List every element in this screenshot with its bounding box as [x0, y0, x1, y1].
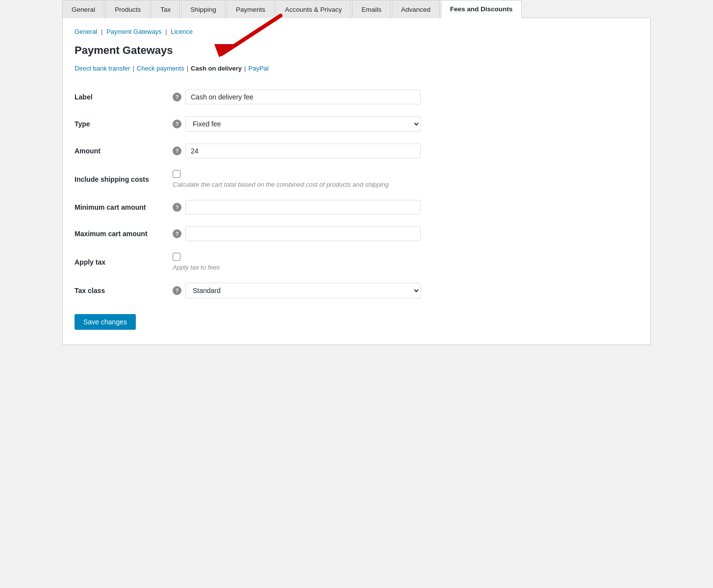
tax-class-select[interactable]: Standard Reduced rate Zero rate — [185, 283, 421, 298]
include-shipping-row: Include shipping costs Calculate the car… — [75, 164, 638, 194]
breadcrumb-separator-1: | — [101, 28, 102, 35]
gateway-links-container: Direct bank transfer | Check payments | … — [75, 65, 638, 72]
apply-tax-row: Apply tax Apply tax to fees — [75, 247, 638, 277]
apply-tax-label: Apply tax — [75, 247, 173, 277]
label-row: Label ? — [75, 84, 638, 110]
breadcrumb-separator-2: | — [165, 28, 167, 35]
type-select[interactable]: Fixed fee Percentage fee — [185, 116, 421, 132]
cash-on-delivery-current: Cash on delivery — [191, 65, 242, 72]
breadcrumb-licence-link[interactable]: Licence — [171, 28, 193, 35]
min-cart-input[interactable] — [185, 200, 421, 215]
include-shipping-cell: Calculate the cart total based on the co… — [173, 164, 638, 194]
tab-payments[interactable]: Payments — [227, 0, 275, 18]
gateway-links: Direct bank transfer | Check payments | … — [75, 65, 638, 72]
tax-class-cell: ? Standard Reduced rate Zero rate — [173, 277, 638, 304]
tax-class-label: Tax class — [75, 277, 173, 304]
gateway-sep-1: | — [132, 65, 134, 72]
amount-input[interactable] — [185, 144, 421, 158]
amount-field-label: Amount — [75, 138, 173, 164]
save-changes-button[interactable]: Save changes — [75, 314, 136, 330]
direct-bank-transfer-link[interactable]: Direct bank transfer — [75, 65, 130, 72]
amount-row: Amount ? — [75, 138, 638, 164]
apply-tax-description: Apply tax to fees — [173, 264, 220, 271]
max-cart-row: Maximum cart amount ? — [75, 220, 638, 247]
min-cart-help-icon[interactable]: ? — [173, 203, 181, 212]
tax-class-help-icon[interactable]: ? — [173, 286, 181, 295]
tab-bar: General Products Tax Shipping Payments A… — [62, 0, 651, 18]
label-input[interactable] — [185, 90, 421, 104]
tab-tax[interactable]: Tax — [151, 0, 180, 18]
min-cart-cell: ? — [173, 194, 638, 220]
check-payments-link[interactable]: Check payments — [137, 65, 184, 72]
breadcrumb-payment-gateways-link[interactable]: Payment Gateways — [106, 28, 162, 35]
type-help-icon[interactable]: ? — [173, 120, 181, 128]
apply-tax-checkbox[interactable] — [173, 253, 180, 261]
breadcrumb-general-link[interactable]: General — [75, 28, 97, 35]
max-cart-label: Maximum cart amount — [75, 220, 173, 247]
type-row: Type ? Fixed fee Percentage fee — [75, 110, 638, 138]
label-help-icon[interactable]: ? — [173, 93, 181, 101]
type-field-cell: ? Fixed fee Percentage fee — [173, 110, 638, 138]
include-shipping-label: Include shipping costs — [75, 164, 173, 194]
tax-class-row: Tax class ? Standard Reduced rate Zero r… — [75, 277, 638, 304]
page-title: Payment Gateways — [75, 44, 638, 57]
arrow-annotation — [143, 11, 300, 70]
max-cart-input[interactable] — [185, 226, 421, 241]
tab-accounts-privacy[interactable]: Accounts & Privacy — [276, 0, 351, 18]
form-table: Label ? Type ? F — [75, 84, 638, 304]
amount-field-cell: ? — [173, 138, 638, 164]
tab-general[interactable]: General — [62, 0, 104, 18]
amount-help-icon[interactable]: ? — [173, 147, 181, 155]
apply-tax-cell: Apply tax to fees — [173, 247, 638, 277]
label-field-cell: ? — [173, 84, 638, 110]
content-area: General | Payment Gateways | Licence Pay… — [62, 18, 651, 345]
max-cart-cell: ? — [173, 220, 638, 247]
max-cart-help-icon[interactable]: ? — [173, 229, 181, 238]
tab-emails[interactable]: Emails — [352, 0, 391, 18]
breadcrumb: General | Payment Gateways | Licence — [75, 28, 638, 35]
include-shipping-checkbox[interactable] — [173, 170, 180, 178]
label-field-label: Label — [75, 84, 173, 110]
gateway-sep-2: | — [187, 65, 188, 72]
tab-advanced[interactable]: Advanced — [392, 0, 440, 18]
min-cart-row: Minimum cart amount ? — [75, 194, 638, 220]
gateway-sep-3: | — [244, 65, 246, 72]
tab-products[interactable]: Products — [105, 0, 150, 18]
tab-fees-discounts[interactable]: Fees and Discounts — [441, 0, 522, 18]
type-field-label: Type — [75, 110, 173, 138]
min-cart-label: Minimum cart amount — [75, 194, 173, 220]
include-shipping-description: Calculate the cart total based on the co… — [173, 181, 389, 188]
tab-shipping[interactable]: Shipping — [181, 0, 226, 18]
paypal-link[interactable]: PayPal — [248, 65, 268, 72]
